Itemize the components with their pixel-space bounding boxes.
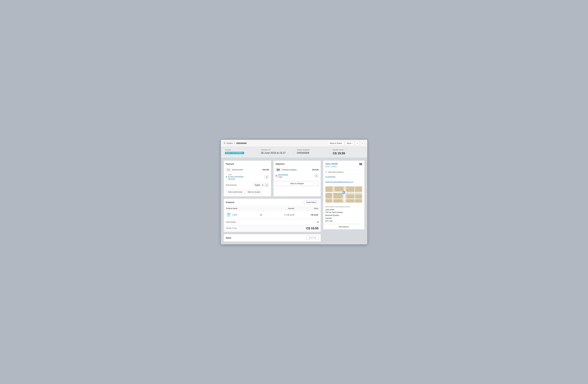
customer-sub: Guest · #46923 xyxy=(325,166,338,168)
svg-rect-8 xyxy=(333,192,342,202)
products-table: Product name Amount Price 👕 t-shirt xyxy=(224,206,321,219)
checkout-icon: ☰ xyxy=(325,171,327,173)
debit-label: Debit xyxy=(228,174,243,175)
bank-transfer-amount: C$ 0.00 xyxy=(262,169,269,171)
phone-row: 5145555555 xyxy=(323,175,364,180)
invoice-amount: C$ 19.55 xyxy=(228,178,243,180)
save-note-button[interactable]: Save Note xyxy=(307,236,318,240)
right-panel: Jane Smith Guest · #46923 🇬🇧 ☰ multi-ste… xyxy=(323,161,364,232)
svg-rect-13 xyxy=(333,187,334,202)
created-label: CREATED AT xyxy=(261,149,291,151)
print-invoice-button[interactable]: 🖨 xyxy=(265,175,269,179)
shipping-method: Standard shipping xyxy=(276,168,296,171)
products-header-row: Product name Amount Price xyxy=(224,206,320,211)
barcode-icon xyxy=(276,168,281,171)
email-link[interactable]: laetitia.bonaldo@lightspeedhq.com xyxy=(325,181,354,183)
orders-breadcrumb[interactable]: Orders xyxy=(227,142,233,144)
email-row: laetitia.bonaldo@lightspeedhq.com xyxy=(323,180,364,185)
product-link[interactable]: t-shirt xyxy=(232,214,237,216)
svg-rect-4 xyxy=(325,187,333,192)
order-id-breadcrumb: ORD00006 xyxy=(236,142,247,144)
shipment-status-dot xyxy=(276,175,277,176)
checkout-label: multi-step checkout xyxy=(328,171,343,173)
products-tbody: 👕 t-shirt 1 x C$ 12.00 C$ 12.00 xyxy=(224,211,320,219)
print-invoices-row: Print Invoices English French 🖨 xyxy=(226,182,269,188)
print-invoices-label: Print Invoices xyxy=(226,184,237,186)
product-price-cell: C$ 12.00 xyxy=(297,211,320,219)
products-grand-total-value: C$ 19.55 xyxy=(306,227,318,230)
phone-link[interactable]: 5145555555 xyxy=(325,176,335,178)
notes-section: Notes Save Note xyxy=(224,234,321,242)
topbar: ☰ Orders > ORD00006 ‹ Back to Orders Mor… xyxy=(221,140,367,147)
more-button[interactable]: More ÷ xyxy=(345,141,354,145)
products-grand-total-label: GRAND TOTAL xyxy=(226,228,237,229)
edit-address-button[interactable]: Edit Address xyxy=(323,224,364,229)
map-container[interactable]: E-MARIE ARIE OUEST xyxy=(325,186,362,203)
address-postal: H2Y 1A6 xyxy=(325,220,362,223)
language-select[interactable]: English French xyxy=(253,183,264,187)
shipment-items: 1 item xyxy=(278,176,288,178)
print-controls: English French 🖨 xyxy=(253,183,269,187)
bank-transfer-row: Bank transfer C$ 0.00 xyxy=(226,167,269,173)
payment-card: Payment Bank transfer C$ 0.00 Debit Invo… xyxy=(224,161,271,196)
svg-rect-12 xyxy=(344,187,345,202)
grand-total-header-value: C$ 19.55 xyxy=(333,151,363,155)
order-number-value: ORD00006 xyxy=(297,151,327,154)
view-details-link[interactable]: View Details xyxy=(226,221,236,223)
products-grand-total-row: GRAND TOTAL C$ 19.55 xyxy=(224,225,321,232)
products-header: Products Create Return xyxy=(224,199,321,206)
nav-down-button[interactable]: ∨ xyxy=(360,141,364,145)
invoice-link[interactable]: Invoice #INV00006 xyxy=(228,176,243,178)
status-label: STATUS xyxy=(225,149,255,151)
invoice-info: Debit Invoice #INV00006 C$ 19.55 xyxy=(228,174,243,180)
created-at-section: CREATED AT 26 June 2019 at 15:27 xyxy=(258,149,294,155)
orders-icon: ☰ xyxy=(224,142,226,144)
view-details-arrow: ▾ xyxy=(317,221,318,223)
main-content: Payment Bank transfer C$ 0.00 Debit Invo… xyxy=(221,158,367,244)
order-number-label: ORDER NUMBER xyxy=(297,149,327,151)
print-shipment-button[interactable]: 🖨 xyxy=(314,174,318,178)
payment-actions: Add a credit invoice Mark as not paid xyxy=(226,190,269,194)
shipment-card: Shipment Standard shipping C$ 5.00 xyxy=(273,161,321,196)
shipment-id-row: #SHIP00006 1 item 🖨 xyxy=(276,172,318,179)
back-to-orders-button[interactable]: ‹ Back to Orders xyxy=(327,141,344,145)
map-background: E-MARIE ARIE OUEST xyxy=(325,186,362,203)
bank-card-icon xyxy=(226,168,231,171)
mark-as-shipped-button[interactable]: Mark as Shipped xyxy=(276,181,318,186)
breadcrumb: ☰ Orders > ORD00006 xyxy=(224,142,247,144)
product-dot-cell xyxy=(255,211,267,219)
svg-rect-7 xyxy=(325,193,332,202)
svg-point-19 xyxy=(343,194,344,194)
product-name-cell: 👕 t-shirt xyxy=(224,211,255,219)
customer-card: Jane Smith Guest · #46923 🇬🇧 ☰ multi-ste… xyxy=(323,161,364,230)
status-badge: READY FOR SHIPMENT xyxy=(225,152,244,154)
products-title: Products xyxy=(226,201,234,203)
add-credit-invoice-button[interactable]: Add a credit invoice xyxy=(226,190,245,194)
nav-up-button[interactable]: ∧ xyxy=(355,141,359,145)
main-window: ☰ Orders > ORD00006 ‹ Back to Orders Mor… xyxy=(221,140,367,244)
svg-rect-14 xyxy=(354,187,355,202)
invoice-row: Debit Invoice #INV00006 C$ 19.55 🖨 xyxy=(226,173,269,181)
status-section: STATUS READY FOR SHIPMENT xyxy=(225,149,258,155)
view-details-row: View Details ▾ xyxy=(224,219,321,225)
grand-total-section: GRAND TOTAL C$ 19.55 xyxy=(330,149,363,155)
print-button[interactable]: 🖨 xyxy=(265,183,269,187)
products-section: Products Create Return Product name Amou… xyxy=(224,199,321,232)
svg-point-18 xyxy=(343,192,344,193)
shipment-link[interactable]: #SHIP00006 xyxy=(278,174,288,176)
invoice-status-dot xyxy=(226,176,227,177)
payment-title: Payment xyxy=(226,163,269,165)
mark-not-paid-button[interactable]: Mark as not paid xyxy=(246,190,262,194)
address-label: Billing address and shipping address xyxy=(325,206,362,208)
payment-method: Bank transfer xyxy=(226,168,243,171)
product-amount-cell: 1 x C$ 12.00 xyxy=(267,211,296,219)
bank-transfer-label: Bank transfer xyxy=(232,169,243,171)
create-return-button[interactable]: Create Return xyxy=(304,200,318,204)
customer-name[interactable]: Jane Smith xyxy=(325,163,338,165)
products-thead: Product name Amount Price xyxy=(224,206,320,211)
col-price-header: Price xyxy=(297,206,320,211)
notes-title: Notes xyxy=(226,237,231,239)
breadcrumb-separator: > xyxy=(234,142,235,144)
shipping-amount: C$ 5.00 xyxy=(312,169,318,171)
shipment-id-info: #SHIP00006 1 item xyxy=(278,174,288,178)
